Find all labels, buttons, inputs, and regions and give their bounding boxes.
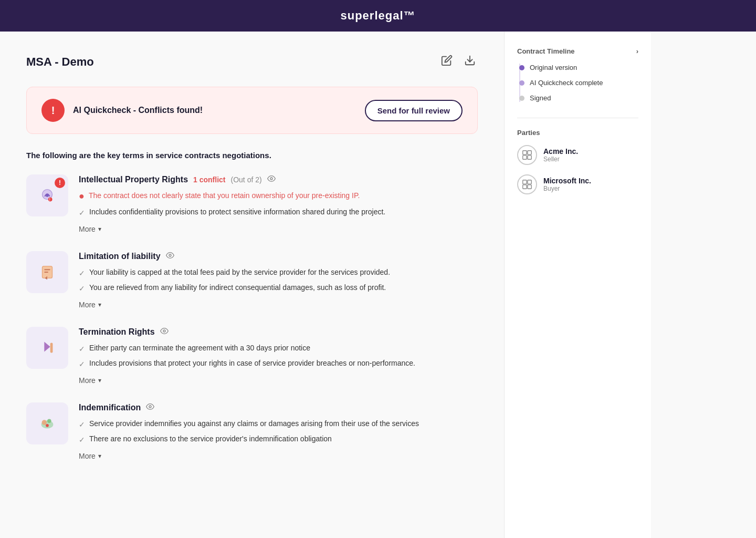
timeline-section-header[interactable]: Contract Timeline ›	[517, 47, 638, 55]
alert-message: AI Quickcheck - Conflicts found!	[73, 106, 203, 115]
term-header-ip: Intellectual Property Rights 1 conflict …	[79, 174, 478, 185]
page-layout: MSA - Demo	[0, 32, 756, 538]
main-content: MSA - Demo	[0, 32, 504, 538]
term-header-liability: Limitation of liability	[79, 251, 478, 262]
more-label: More	[79, 376, 96, 385]
checkmark-icon: ✓	[79, 419, 85, 430]
term-title-indemnification: Indemnification	[79, 403, 141, 412]
term-header-indemnification: Indemnification	[79, 402, 478, 413]
eye-icon[interactable]	[160, 327, 169, 337]
timeline-list: Original version AI Quickcheck complete …	[519, 64, 638, 102]
svg-rect-25	[528, 185, 531, 189]
edit-button[interactable]	[439, 53, 455, 71]
party-item: Acme Inc. Seller	[517, 145, 638, 165]
party-role: Buyer	[543, 185, 591, 192]
parties-title: Parties	[517, 118, 638, 137]
chevron-down-icon: ▾	[98, 452, 101, 460]
terms-list: ! ! Intellectual Property Rights 1 confl…	[26, 174, 478, 461]
alert-icon: !	[41, 99, 65, 122]
eye-icon[interactable]	[267, 174, 276, 185]
term-icon-box-liability	[26, 251, 68, 293]
conflict-badge: !	[55, 178, 65, 188]
download-icon	[464, 55, 476, 66]
section-intro: The following are the key terms in servi…	[26, 151, 478, 160]
title-actions	[439, 53, 478, 71]
term-icon-box-ip: ! !	[26, 174, 68, 216]
check-item: ✓ You are relieved from any liability fo…	[79, 282, 478, 294]
check-item: ✓ Includes provisions that protect your …	[79, 358, 478, 370]
timeline-label: AI Quickcheck complete	[530, 79, 603, 87]
svg-point-16	[46, 424, 49, 427]
term-card-termination: Termination Rights ✓ Either party can te…	[26, 327, 478, 386]
parties-list: Acme Inc. Seller Microsoft Inc. Buyer	[517, 145, 638, 194]
check-item: ✓ Either party can terminate the agreeme…	[79, 343, 478, 355]
ip-icon-svg: !	[37, 185, 57, 205]
chevron-down-icon: ▾	[98, 225, 101, 233]
more-button-ip[interactable]: More ▾	[79, 224, 101, 234]
term-icon-box-indemnification	[26, 402, 68, 444]
timeline-label: Signed	[530, 94, 551, 102]
party-name: Microsoft Inc.	[543, 177, 591, 185]
check-item: ✓ Service provider indemnifies you again…	[79, 418, 478, 430]
app-logo: superlegal™	[340, 9, 415, 23]
term-items-liability: ✓ Your liability is capped at the total …	[79, 267, 478, 294]
term-items-indemnification: ✓ Service provider indemnifies you again…	[79, 418, 478, 446]
svg-point-9	[169, 254, 171, 256]
sidebar: Contract Timeline › Original version AI …	[504, 32, 651, 538]
timeline-item: Signed	[524, 94, 638, 102]
checkmark-icon: ✓	[79, 344, 85, 355]
term-card-ip: ! ! Intellectual Property Rights 1 confl…	[26, 174, 478, 234]
svg-point-15	[47, 419, 51, 423]
svg-rect-7	[44, 269, 50, 270]
svg-rect-20	[523, 156, 527, 159]
app-header: superlegal™	[0, 0, 756, 32]
svg-rect-22	[523, 180, 527, 184]
more-label: More	[79, 301, 96, 309]
party-icon	[517, 174, 537, 194]
more-label: More	[79, 225, 96, 233]
term-title-ip: Intellectual Property Rights	[79, 175, 188, 184]
term-title-termination: Termination Rights	[79, 327, 155, 337]
timeline-dot	[519, 96, 524, 101]
term-icon-box-termination	[26, 327, 68, 369]
checkmark-icon: ✓	[79, 359, 85, 370]
svg-rect-21	[528, 156, 531, 159]
party-role: Seller	[543, 156, 578, 163]
timeline-label: Original version	[530, 64, 577, 71]
term-body-ip: Intellectual Property Rights 1 conflict …	[79, 174, 478, 234]
download-button[interactable]	[462, 53, 478, 71]
svg-point-17	[149, 406, 151, 408]
more-label: More	[79, 452, 96, 460]
more-button-termination[interactable]: More ▾	[79, 375, 101, 386]
termination-icon-svg	[37, 338, 57, 358]
timeline-dot	[519, 80, 524, 86]
term-title-liability: Limitation of liability	[79, 252, 161, 261]
conflict-dot-icon: ●	[79, 189, 85, 203]
timeline-dot	[519, 65, 524, 70]
check-item: ✓ Includes confidentiality provisions to…	[79, 206, 478, 219]
check-item: ✓ Your liability is capped at the total …	[79, 267, 478, 279]
svg-rect-23	[528, 180, 531, 184]
eye-icon[interactable]	[146, 402, 154, 413]
svg-rect-8	[44, 272, 48, 273]
more-button-liability[interactable]: More ▾	[79, 299, 101, 310]
timeline-chevron: ›	[636, 47, 638, 55]
term-header-termination: Termination Rights	[79, 327, 478, 337]
checkmark-icon: ✓	[79, 268, 85, 279]
eye-icon[interactable]	[166, 251, 174, 262]
send-review-button[interactable]: Send for full review	[365, 100, 463, 121]
more-button-indemnification[interactable]: More ▾	[79, 451, 101, 461]
term-card-indemnification: Indemnification ✓ Service provider indem…	[26, 402, 478, 461]
term-body-indemnification: Indemnification ✓ Service provider indem…	[79, 402, 478, 461]
conflict-item: ● The contract does not clearly state th…	[79, 190, 478, 203]
title-row: MSA - Demo	[26, 53, 478, 71]
term-items-termination: ✓ Either party can terminate the agreeme…	[79, 343, 478, 370]
chevron-down-icon: ▾	[98, 301, 101, 308]
party-info: Acme Inc. Seller	[543, 147, 578, 163]
page-title: MSA - Demo	[26, 55, 94, 69]
alert-banner: ! AI Quickcheck - Conflicts found! Send …	[26, 87, 478, 134]
party-item: Microsoft Inc. Buyer	[517, 174, 638, 194]
term-body-termination: Termination Rights ✓ Either party can te…	[79, 327, 478, 386]
term-card-liability: Limitation of liability ✓ Your liability…	[26, 251, 478, 310]
party-name: Acme Inc.	[543, 147, 578, 156]
